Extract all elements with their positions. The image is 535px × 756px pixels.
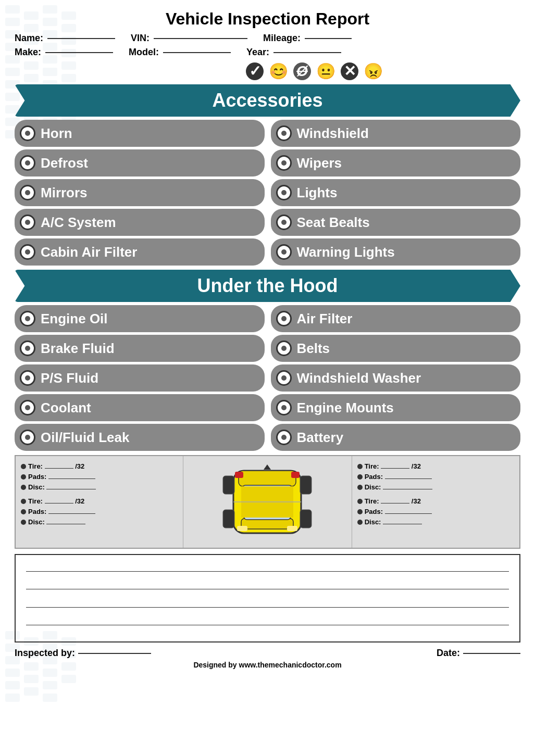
check-circle-cabin-air[interactable] — [20, 244, 35, 260]
legend-na-icon: Ø — [293, 62, 311, 80]
check-coolant: Coolant — [15, 394, 265, 421]
check-battery: Battery — [271, 424, 521, 451]
check-circle-mirrors[interactable] — [20, 185, 35, 200]
tire-label-fl1: Tire: /32 — [28, 462, 84, 470]
tire-fl-1: Tire: /32 — [21, 462, 178, 470]
vin-field-group: VIN: — [131, 33, 247, 44]
pads-label-fl1: Pads: — [28, 473, 95, 481]
tire-fr-2: Tire: /32 — [357, 497, 514, 505]
year-field-group: Year: — [246, 47, 341, 58]
check-circle-engine-oil[interactable] — [20, 311, 35, 326]
check-circle-seatbelts[interactable] — [276, 215, 292, 230]
designed-by: Designed by www.themechanicdoctor.com — [15, 661, 520, 669]
check-circle-belts[interactable] — [276, 341, 292, 356]
check-circle-ac[interactable] — [20, 215, 35, 230]
check-defrost: Defrost — [15, 149, 265, 177]
legend-check-icon: ✓ — [246, 62, 264, 80]
accessories-banner: Accessories — [15, 84, 520, 117]
pads-fl-1: Pads: — [21, 473, 178, 481]
svg-rect-9 — [223, 510, 234, 528]
tire-front-left: Tire: /32 Pads: Disc: Tire: /32 Pads: — [16, 456, 183, 548]
date-field: Date: — [437, 648, 520, 659]
pads-fl-2: Pads: — [21, 508, 178, 515]
check-circle-oil-leak[interactable] — [20, 430, 35, 445]
hood-banner: Under the Hood — [15, 270, 520, 302]
pads-label-fl2: Pads: — [28, 508, 95, 515]
date-label: Date: — [437, 648, 460, 659]
check-seat-belts: Seat Bealts — [271, 209, 521, 236]
check-horn: Horn — [15, 120, 265, 147]
check-circle-engine-mounts[interactable] — [276, 400, 292, 415]
legend-row: ✓ 😊 Ø 😐 ✕ 😠 — [108, 62, 520, 80]
accessories-grid: Horn Windshield Defrost Wipers Mirrors — [15, 120, 520, 266]
form-row-2: Make: Model: Year: — [15, 47, 520, 58]
disc-fl-2: Disc: — [21, 518, 178, 526]
date-input-line[interactable] — [463, 653, 520, 654]
check-circle-air-filter[interactable] — [276, 311, 292, 326]
check-air-filter: Air Filter — [271, 305, 521, 332]
check-circle-washer[interactable] — [276, 370, 292, 386]
vin-label: VIN: — [131, 33, 150, 44]
check-circle-defrost[interactable] — [20, 155, 35, 171]
check-circle-warning[interactable] — [276, 244, 292, 260]
notes-line-2 — [26, 589, 509, 589]
check-ac-system: A/C System — [15, 209, 265, 236]
model-label: Model: — [129, 47, 159, 58]
legend-face-green-icon: 😊 — [269, 62, 288, 80]
check-windshield: Windshield — [271, 120, 521, 147]
disc-fl-1: Disc: — [21, 483, 178, 491]
disc-label-fl1: Disc: — [28, 483, 96, 491]
check-windshield-washer: Windshield Washer — [271, 364, 521, 392]
pads-label-fr2: Pads: — [365, 508, 432, 515]
check-oil-fluid-leak: Oil/Fluid Leak — [15, 424, 265, 451]
legend-face-red-icon: 😠 — [364, 62, 383, 80]
check-engine-mounts: Engine Mounts — [271, 394, 521, 421]
model-input-line[interactable] — [163, 52, 231, 53]
check-circle-lights[interactable] — [276, 185, 292, 200]
check-lights: Lights — [271, 179, 521, 206]
disc-label-fr1: Disc: — [365, 483, 432, 491]
vin-input-line[interactable] — [154, 38, 247, 39]
notes-box[interactable] — [15, 554, 520, 642]
check-circle-wipers[interactable] — [276, 155, 292, 171]
svg-rect-12 — [291, 472, 300, 478]
check-circle-horn[interactable] — [20, 125, 35, 141]
name-input-line[interactable] — [47, 38, 115, 39]
check-circle-battery[interactable] — [276, 430, 292, 445]
make-input-line[interactable] — [45, 52, 113, 53]
svg-rect-11 — [235, 472, 243, 478]
page: Vehicle Inspection Report Name: VIN: Mil… — [0, 0, 535, 756]
form-row-1: Name: VIN: Mileage: — [15, 33, 520, 44]
check-wipers: Wipers — [271, 149, 521, 177]
check-circle-windshield[interactable] — [276, 125, 292, 141]
mileage-label: Mileage: — [263, 33, 301, 44]
name-label: Name: — [15, 33, 43, 44]
notes-line-4 — [26, 625, 509, 625]
check-warning-lights: Warning Lights — [271, 238, 521, 266]
check-cabin-air: Cabin Air Filter — [15, 238, 265, 266]
disc-fr-2: Disc: — [357, 518, 514, 526]
svg-rect-14 — [287, 526, 297, 531]
svg-rect-13 — [237, 526, 247, 531]
page-title: Vehicle Inspection Report — [15, 9, 520, 29]
make-label: Make: — [15, 47, 41, 58]
check-circle-coolant[interactable] — [20, 400, 35, 415]
car-diagram — [183, 456, 351, 548]
inspected-by-label: Inspected by: — [15, 648, 75, 659]
tire-label-fl2: Tire: /32 — [28, 497, 84, 505]
check-circle-ps-fluid[interactable] — [20, 370, 35, 386]
make-field-group: Make: — [15, 47, 113, 58]
year-input-line[interactable] — [273, 52, 341, 53]
notes-line-1 — [26, 571, 509, 572]
check-circle-brake-fluid[interactable] — [20, 341, 35, 356]
check-belts: Belts — [271, 335, 521, 362]
inspected-by-field: Inspected by: — [15, 648, 151, 659]
inspected-by-input-line[interactable] — [78, 653, 151, 654]
name-field-group: Name: — [15, 33, 115, 44]
check-ps-fluid: P/S Fluid — [15, 364, 265, 392]
svg-rect-10 — [300, 510, 312, 528]
check-mirrors: Mirrors — [15, 179, 265, 206]
disc-label-fr2: Disc: — [365, 518, 422, 526]
mileage-input-line[interactable] — [305, 38, 352, 39]
tire-label-fr2: Tire: /32 — [365, 497, 421, 505]
